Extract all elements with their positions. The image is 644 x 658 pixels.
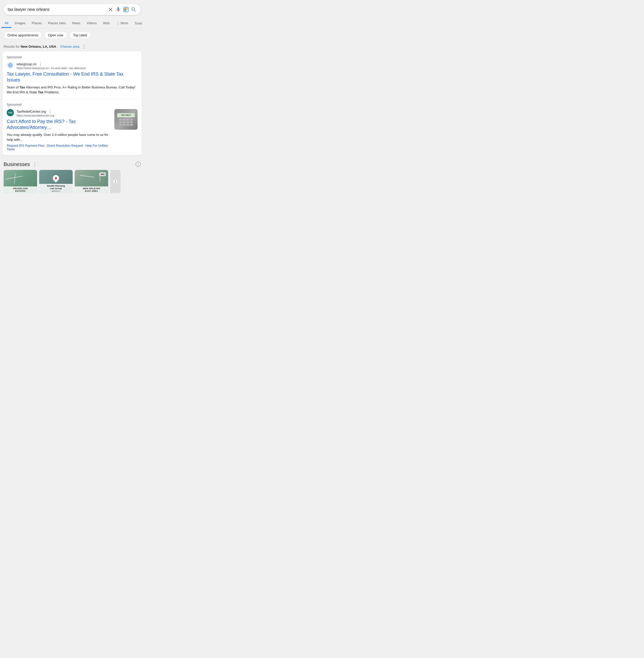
businesses-info-button[interactable]: i — [136, 162, 141, 167]
calc-btn — [123, 124, 126, 126]
map-card-3[interactable]: (90) NEW ORLEANSEAST AREA — [75, 170, 108, 193]
ad-2-domain: TaxReliefCenter.org — [17, 110, 46, 113]
ad-2-links: Request IRS Payment Plan · Direct Resolu… — [7, 144, 112, 151]
calculator-visual: TAX HELP — [114, 109, 138, 130]
scroll-indicator-icon: ⟩ — [113, 179, 118, 184]
results-prefix: Results for — [4, 45, 20, 48]
results-menu-button[interactable]: ⋮ — [82, 44, 87, 49]
calc-screen: TAX HELP — [117, 113, 135, 117]
lens-icon — [123, 7, 129, 13]
mic-button[interactable] — [115, 7, 121, 13]
ad-1-desc: Team of Tax Attorneys and IRS Pros. A+ R… — [7, 85, 138, 95]
search-icon — [131, 7, 137, 13]
tab-videos[interactable]: Videos — [84, 19, 100, 28]
close-icon — [108, 7, 113, 13]
map-card-2-label: Wealth PlanningLaw GroupGENTILLY — [39, 184, 73, 193]
search-bar — [4, 4, 141, 15]
tab-news[interactable]: News — [69, 19, 84, 28]
ad-2-desc: You may already qualify. Over 2.4 millio… — [7, 132, 112, 142]
map-cards-row: GRANDLAKEESTATES Wealth PlanningLaw Grou… — [4, 170, 141, 193]
ad-2-image: TAX HELP — [114, 109, 138, 130]
calc-btn — [126, 121, 129, 123]
calc-btn — [119, 121, 122, 123]
calc-btn — [126, 118, 129, 121]
ad-2-header-left: TRC TaxReliefCenter.org ⋮ https://www.ta… — [7, 109, 112, 117]
svg-point-3 — [125, 9, 126, 11]
ad-2-favicon: TRC — [7, 109, 14, 116]
more-dots-icon: ⋮ — [116, 21, 120, 25]
results-location: New Orleans, LA, USA — [21, 45, 56, 48]
calc-buttons — [119, 118, 133, 126]
businesses-section: Businesses ⋮ i GRANDLAKEESTATES Wealth P… — [0, 158, 144, 193]
sponsored-label-2: Sponsored — [7, 103, 138, 107]
map-card-3-label: NEW ORLEANSEAST AREA — [75, 187, 108, 193]
tab-places[interactable]: Places — [29, 19, 45, 28]
ad-1-menu-button[interactable]: ⋮ — [38, 62, 43, 67]
calc-btn — [119, 118, 122, 121]
ad-1-domain-row: wtaxgroup.co ⋮ — [17, 62, 86, 67]
dot-separator: · — [57, 45, 58, 48]
sponsored-card: Sponsored wtaxgroup.co ⋮ https://www.wta… — [3, 51, 142, 155]
lens-button[interactable] — [123, 7, 129, 13]
ad-1-title[interactable]: Tax Lawyer, Free Consultation - We End I… — [7, 71, 138, 83]
calc-btn — [130, 124, 133, 126]
search-submit-button[interactable] — [131, 7, 137, 13]
nav-tabs: All Images Places Places sites News Vide… — [0, 18, 144, 28]
mic-icon — [115, 7, 121, 13]
calc-btn — [123, 118, 126, 121]
ad-2-title[interactable]: Can't Afford to Pay the IRS? - Tax Advoc… — [7, 118, 112, 131]
ad-2-menu-button[interactable]: ⋮ — [48, 109, 52, 114]
chip-top-rated[interactable]: Top rated — [69, 31, 91, 39]
ad-2-domain-row: TaxReliefCenter.org ⋮ — [17, 109, 54, 114]
map-card-1-label: GRANDLAKEESTATES — [4, 187, 37, 193]
ad-item-2: Sponsored TRC TaxReliefCenter.org ⋮ http… — [7, 103, 138, 151]
ad-item-1: Sponsored wtaxgroup.co ⋮ https://www.wta… — [7, 56, 138, 95]
ad-2-link-sep-2: · — [84, 144, 86, 148]
map-card-scroll-indicator: ⟩ — [110, 170, 120, 193]
businesses-menu-button[interactable]: ⋮ — [32, 161, 37, 167]
map-card-1[interactable]: GRANDLAKEESTATES — [4, 170, 37, 193]
ad-2-domain-info: TaxReliefCenter.org ⋮ https://www.taxrel… — [17, 109, 54, 117]
calc-btn — [130, 118, 133, 121]
calc-btn — [130, 121, 133, 123]
clear-button[interactable] — [108, 7, 113, 13]
search-input[interactable] — [8, 7, 106, 12]
tools-button[interactable]: Tools — [131, 19, 144, 27]
results-header: Results for New Orleans, LA, USA · Choos… — [0, 42, 144, 51]
ad-2-link-1[interactable]: Request IRS Payment Plan — [7, 144, 44, 148]
tab-all[interactable]: All — [2, 19, 12, 28]
chip-open-now[interactable]: Open now — [44, 31, 67, 39]
ad-1-domain-info: wtaxgroup.co ⋮ https://www.wtaxgroup.co … — [17, 62, 86, 70]
ad-2-url: https://www.taxreliefcenter.org — [17, 114, 54, 117]
businesses-title-row: Businesses ⋮ — [4, 161, 37, 167]
calc-btn — [123, 121, 126, 123]
ad-1-url: https://www.wtaxgroup.co › irs-and-state… — [17, 67, 86, 70]
tab-images[interactable]: Images — [12, 19, 29, 28]
ad-1-header: wtaxgroup.co ⋮ https://www.wtaxgroup.co … — [7, 62, 138, 70]
filter-chips: Online appointments Open now Top rated — [0, 28, 144, 42]
globe-icon — [8, 63, 13, 68]
calc-btn — [126, 124, 129, 126]
choose-area-link[interactable]: Choose area — [60, 45, 79, 48]
ad-1-favicon — [7, 62, 14, 69]
calc-btn — [119, 124, 122, 126]
search-bar-container — [0, 0, 144, 18]
businesses-header: Businesses ⋮ i — [4, 161, 141, 167]
map-card-2[interactable]: Wealth PlanningLaw GroupGENTILLY — [39, 170, 73, 193]
chip-online-appointments[interactable]: Online appointments — [4, 31, 42, 39]
sponsored-label-1: Sponsored — [7, 56, 138, 59]
tab-more[interactable]: ⋮ More — [113, 19, 131, 28]
tab-places-sites[interactable]: Places sites — [45, 19, 69, 28]
svg-rect-0 — [124, 7, 128, 12]
tab-web[interactable]: Web — [100, 19, 113, 28]
ad-2-header-with-image: TRC TaxReliefCenter.org ⋮ https://www.ta… — [7, 109, 138, 151]
ad-1-domain: wtaxgroup.co — [17, 62, 36, 66]
businesses-title: Businesses — [4, 161, 30, 167]
ad-2-link-2[interactable]: Direct Resolution Request — [47, 144, 83, 148]
svg-point-2 — [126, 8, 128, 10]
